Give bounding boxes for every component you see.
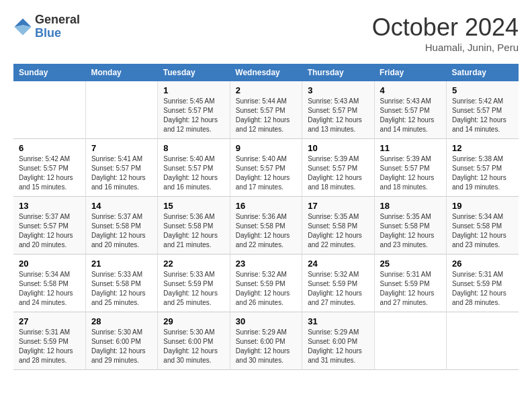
- calendar-cell: 3Sunrise: 5:43 AM Sunset: 5:57 PM Daylig…: [302, 81, 374, 139]
- day-number: 7: [91, 143, 152, 153]
- day-number: 26: [452, 259, 513, 269]
- day-number: 20: [19, 259, 80, 269]
- calendar-cell: 18Sunrise: 5:35 AM Sunset: 5:58 PM Dayli…: [374, 197, 446, 255]
- calendar-cell: 4Sunrise: 5:43 AM Sunset: 5:57 PM Daylig…: [374, 81, 446, 139]
- day-info: Sunrise: 5:35 AM Sunset: 5:58 PM Dayligh…: [308, 212, 368, 250]
- day-info: Sunrise: 5:30 AM Sunset: 6:00 PM Dayligh…: [91, 328, 152, 365]
- day-info: Sunrise: 5:40 AM Sunset: 5:57 PM Dayligh…: [163, 154, 224, 192]
- weekday-header: Sunday: [13, 64, 85, 81]
- logo: General Blue: [13, 13, 80, 40]
- day-info: Sunrise: 5:32 AM Sunset: 5:59 PM Dayligh…: [236, 270, 296, 308]
- calendar-cell: 30Sunrise: 5:29 AM Sunset: 6:00 PM Dayli…: [230, 312, 302, 370]
- location-subtitle: Huamali, Junin, Peru: [372, 42, 519, 53]
- weekday-header: Thursday: [302, 64, 374, 81]
- calendar-cell: 24Sunrise: 5:32 AM Sunset: 5:59 PM Dayli…: [302, 255, 374, 312]
- day-number: 2: [236, 85, 296, 95]
- day-info: Sunrise: 5:35 AM Sunset: 5:58 PM Dayligh…: [380, 212, 441, 250]
- calendar-cell: 22Sunrise: 5:33 AM Sunset: 5:59 PM Dayli…: [158, 255, 230, 312]
- day-info: Sunrise: 5:43 AM Sunset: 5:57 PM Dayligh…: [380, 97, 441, 134]
- calendar-week-row: 1Sunrise: 5:45 AM Sunset: 5:57 PM Daylig…: [13, 81, 519, 139]
- day-number: 5: [452, 85, 513, 95]
- day-info: Sunrise: 5:41 AM Sunset: 5:57 PM Dayligh…: [91, 154, 152, 192]
- calendar-cell: 11Sunrise: 5:39 AM Sunset: 5:57 PM Dayli…: [374, 139, 446, 197]
- day-info: Sunrise: 5:36 AM Sunset: 5:58 PM Dayligh…: [163, 212, 224, 250]
- day-number: 19: [452, 201, 513, 211]
- day-number: 25: [380, 259, 441, 269]
- calendar-week-row: 20Sunrise: 5:34 AM Sunset: 5:58 PM Dayli…: [13, 255, 519, 312]
- day-number: 9: [236, 143, 296, 153]
- day-number: 23: [236, 259, 296, 269]
- weekday-header: Tuesday: [158, 64, 230, 81]
- day-info: Sunrise: 5:31 AM Sunset: 5:59 PM Dayligh…: [452, 270, 513, 308]
- day-info: Sunrise: 5:37 AM Sunset: 5:58 PM Dayligh…: [91, 212, 152, 250]
- calendar-cell: 13Sunrise: 5:37 AM Sunset: 5:57 PM Dayli…: [13, 197, 85, 255]
- calendar-cell: 1Sunrise: 5:45 AM Sunset: 5:57 PM Daylig…: [158, 81, 230, 139]
- day-info: Sunrise: 5:29 AM Sunset: 6:00 PM Dayligh…: [308, 328, 368, 365]
- calendar-cell: 23Sunrise: 5:32 AM Sunset: 5:59 PM Dayli…: [230, 255, 302, 312]
- day-info: Sunrise: 5:42 AM Sunset: 5:57 PM Dayligh…: [452, 97, 513, 134]
- weekday-header: Monday: [85, 64, 157, 81]
- calendar-cell: [85, 81, 157, 139]
- calendar-cell: [447, 312, 519, 370]
- day-number: 18: [380, 201, 441, 211]
- logo-text: General Blue: [35, 13, 80, 40]
- day-number: 21: [91, 259, 152, 269]
- day-info: Sunrise: 5:33 AM Sunset: 5:59 PM Dayligh…: [163, 270, 224, 308]
- calendar-cell: 16Sunrise: 5:36 AM Sunset: 5:58 PM Dayli…: [230, 197, 302, 255]
- calendar-cell: 12Sunrise: 5:38 AM Sunset: 5:57 PM Dayli…: [447, 139, 519, 197]
- calendar-cell: 5Sunrise: 5:42 AM Sunset: 5:57 PM Daylig…: [447, 81, 519, 139]
- day-info: Sunrise: 5:39 AM Sunset: 5:57 PM Dayligh…: [308, 154, 368, 192]
- day-number: 10: [308, 143, 368, 153]
- day-number: 15: [163, 201, 224, 211]
- day-info: Sunrise: 5:37 AM Sunset: 5:57 PM Dayligh…: [19, 212, 80, 250]
- day-number: 16: [236, 201, 296, 211]
- day-info: Sunrise: 5:31 AM Sunset: 5:59 PM Dayligh…: [19, 328, 80, 365]
- day-info: Sunrise: 5:36 AM Sunset: 5:58 PM Dayligh…: [236, 212, 296, 250]
- day-info: Sunrise: 5:32 AM Sunset: 5:59 PM Dayligh…: [308, 270, 368, 308]
- calendar-cell: [374, 312, 446, 370]
- day-number: 31: [308, 316, 368, 326]
- calendar-cell: 17Sunrise: 5:35 AM Sunset: 5:58 PM Dayli…: [302, 197, 374, 255]
- calendar-cell: 21Sunrise: 5:33 AM Sunset: 5:58 PM Dayli…: [85, 255, 157, 312]
- calendar-cell: 15Sunrise: 5:36 AM Sunset: 5:58 PM Dayli…: [158, 197, 230, 255]
- day-number: 8: [163, 143, 224, 153]
- calendar-cell: 9Sunrise: 5:40 AM Sunset: 5:57 PM Daylig…: [230, 139, 302, 197]
- day-info: Sunrise: 5:30 AM Sunset: 6:00 PM Dayligh…: [163, 328, 224, 365]
- day-info: Sunrise: 5:39 AM Sunset: 5:57 PM Dayligh…: [380, 154, 441, 192]
- day-number: 6: [19, 143, 80, 153]
- calendar-cell: 25Sunrise: 5:31 AM Sunset: 5:59 PM Dayli…: [374, 255, 446, 312]
- day-number: 28: [91, 316, 152, 326]
- calendar-cell: 14Sunrise: 5:37 AM Sunset: 5:58 PM Dayli…: [85, 197, 157, 255]
- calendar-cell: 2Sunrise: 5:44 AM Sunset: 5:57 PM Daylig…: [230, 81, 302, 139]
- logo-icon: [13, 17, 32, 36]
- calendar-cell: 10Sunrise: 5:39 AM Sunset: 5:57 PM Dayli…: [302, 139, 374, 197]
- day-info: Sunrise: 5:34 AM Sunset: 5:58 PM Dayligh…: [452, 212, 513, 250]
- day-number: 13: [19, 201, 80, 211]
- calendar-cell: 7Sunrise: 5:41 AM Sunset: 5:57 PM Daylig…: [85, 139, 157, 197]
- calendar-week-row: 27Sunrise: 5:31 AM Sunset: 5:59 PM Dayli…: [13, 312, 519, 370]
- day-info: Sunrise: 5:38 AM Sunset: 5:57 PM Dayligh…: [452, 154, 513, 192]
- day-number: 22: [163, 259, 224, 269]
- day-info: Sunrise: 5:29 AM Sunset: 6:00 PM Dayligh…: [236, 328, 296, 365]
- calendar-week-row: 6Sunrise: 5:42 AM Sunset: 5:57 PM Daylig…: [13, 139, 519, 197]
- logo-line1: General: [35, 13, 80, 27]
- svg-marker-1: [14, 25, 31, 35]
- weekday-header: Wednesday: [230, 64, 302, 81]
- day-info: Sunrise: 5:34 AM Sunset: 5:58 PM Dayligh…: [19, 270, 80, 308]
- day-info: Sunrise: 5:31 AM Sunset: 5:59 PM Dayligh…: [380, 270, 441, 308]
- day-number: 4: [380, 85, 441, 95]
- day-number: 14: [91, 201, 152, 211]
- month-title: October 2024: [372, 13, 519, 42]
- calendar-table: SundayMondayTuesdayWednesdayThursdayFrid…: [13, 64, 519, 370]
- day-info: Sunrise: 5:33 AM Sunset: 5:58 PM Dayligh…: [91, 270, 152, 308]
- calendar-cell: 19Sunrise: 5:34 AM Sunset: 5:58 PM Dayli…: [447, 197, 519, 255]
- day-info: Sunrise: 5:43 AM Sunset: 5:57 PM Dayligh…: [308, 97, 368, 134]
- day-info: Sunrise: 5:42 AM Sunset: 5:57 PM Dayligh…: [19, 154, 80, 192]
- weekday-header: Friday: [374, 64, 446, 81]
- day-number: 1: [163, 85, 224, 95]
- day-number: 29: [163, 316, 224, 326]
- day-info: Sunrise: 5:45 AM Sunset: 5:57 PM Dayligh…: [163, 97, 224, 134]
- logo-line2: Blue: [35, 27, 80, 40]
- day-number: 11: [380, 143, 441, 153]
- calendar-cell: 6Sunrise: 5:42 AM Sunset: 5:57 PM Daylig…: [13, 139, 85, 197]
